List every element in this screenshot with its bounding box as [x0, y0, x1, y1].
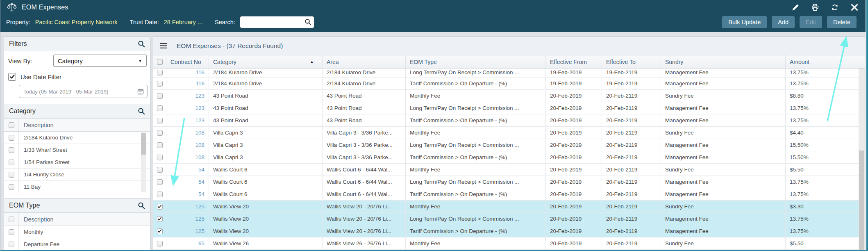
- contract-no-link[interactable]: 125: [166, 213, 209, 225]
- table-row[interactable]: 125 Wallis View 20 Wallis View 20 - 20/7…: [153, 225, 859, 237]
- row-checkbox[interactable]: [157, 130, 163, 136]
- row-checkbox[interactable]: [157, 118, 163, 123]
- table-row[interactable]: 116 2/184 Kularoo Drive 2/184 Kularoo Dr…: [153, 78, 859, 90]
- row-checkbox[interactable]: [157, 241, 163, 246]
- contract-no-link[interactable]: 54: [166, 176, 209, 188]
- contract-no-link[interactable]: 108: [166, 127, 209, 139]
- cell-effective-from: 20-Feb-2019: [546, 151, 602, 163]
- item-checkbox[interactable]: [9, 147, 14, 153]
- cell-effective-to: 20-Feb-2119: [602, 151, 661, 163]
- contract-no-link[interactable]: 116: [166, 78, 209, 89]
- table-row[interactable]: 108 Villa Capri 3 Villa Capri 3 - 3/36 P…: [153, 127, 859, 139]
- table-row[interactable]: 54 Wallis Court 6 Wallis Court 6 - 6/44 …: [153, 176, 859, 188]
- item-checkbox[interactable]: [9, 172, 14, 178]
- column-header-effective-to[interactable]: Effective To: [602, 55, 661, 68]
- contract-no-link[interactable]: 116: [166, 68, 209, 77]
- contract-no-link[interactable]: 123: [166, 90, 209, 102]
- calendar-icon[interactable]: [137, 88, 144, 95]
- list-item[interactable]: 1/54 Parkes Street: [4, 156, 150, 169]
- table-row[interactable]: 116 2/184 Kularoo Drive 2/184 Kularoo Dr…: [153, 68, 859, 78]
- column-header-sundry[interactable]: Sundry: [661, 55, 786, 68]
- row-checkbox[interactable]: [157, 179, 163, 185]
- row-checkbox[interactable]: [157, 142, 163, 148]
- row-checkbox[interactable]: [157, 155, 163, 160]
- table-scrollbar-thumb[interactable]: [859, 151, 864, 251]
- column-header-contract-no[interactable]: Contract No: [166, 55, 209, 68]
- table-scrollbar[interactable]: [859, 68, 865, 251]
- cell-category: Wallis View 20: [209, 213, 323, 225]
- add-button[interactable]: Add: [772, 16, 795, 28]
- cell-sundry: Management Fee: [661, 176, 786, 188]
- cell-area: Wallis View 20 - 20/76 Li...: [323, 213, 406, 225]
- column-header-area[interactable]: Area: [323, 55, 406, 68]
- row-checkbox[interactable]: [157, 167, 163, 173]
- item-checkbox[interactable]: [9, 160, 14, 165]
- list-item[interactable]: Departure Fee: [4, 238, 150, 251]
- column-header-eom-type[interactable]: EOM Type: [406, 55, 546, 68]
- date-filter-input[interactable]: Today (05-Mar-2019 - 05-Mar-2019): [19, 85, 148, 98]
- row-checkbox[interactable]: [157, 81, 163, 87]
- contract-no-link[interactable]: 125: [166, 225, 209, 237]
- list-item[interactable]: 2/184 Kularoo Drive: [4, 132, 150, 144]
- filters-search-icon[interactable]: [138, 40, 145, 48]
- bulk-update-button[interactable]: Bulk Update: [722, 16, 767, 28]
- table-row[interactable]: 125 Wallis View 20 Wallis View 20 - 20/7…: [153, 213, 859, 225]
- search-input[interactable]: [240, 16, 314, 28]
- view-by-select[interactable]: Category ▼: [53, 55, 147, 67]
- item-checkbox[interactable]: [9, 229, 14, 235]
- table-row[interactable]: 54 Wallis Court 6 Wallis Court 6 - 6/44 …: [153, 164, 859, 176]
- list-item[interactable]: 1/4 Huntly Close: [4, 169, 150, 181]
- row-checkbox[interactable]: [157, 70, 163, 75]
- row-checkbox[interactable]: [157, 192, 163, 197]
- table-row[interactable]: 108 Villa Capri 3 Villa Capri 3 - 3/36 P…: [153, 139, 859, 151]
- contract-no-link[interactable]: 123: [166, 102, 209, 114]
- column-header-category[interactable]: Category ▲: [209, 55, 323, 68]
- table-row[interactable]: 108 Villa Capri 3 Villa Capri 3 - 3/36 P…: [153, 151, 859, 164]
- contract-no-link[interactable]: 108: [166, 139, 209, 151]
- table-row[interactable]: 65 Wallis View 26 Wallis View 26 - 26/76…: [153, 237, 859, 250]
- select-all-checkbox[interactable]: [157, 59, 163, 65]
- column-header-effective-from[interactable]: Effective From: [546, 55, 602, 68]
- menu-icon[interactable]: [160, 43, 168, 49]
- contract-no-link[interactable]: 54: [166, 188, 209, 200]
- edit-pencil-icon[interactable]: [792, 4, 799, 11]
- category-select-all-checkbox[interactable]: [9, 122, 14, 128]
- row-checkbox[interactable]: [157, 216, 163, 222]
- column-header-amount[interactable]: Amount: [786, 55, 865, 68]
- refresh-icon[interactable]: [831, 4, 838, 11]
- list-item[interactable]: 1/33 Wharf Street: [4, 144, 150, 156]
- cell-sundry: Management Fee: [661, 78, 786, 89]
- contract-no-link[interactable]: 54: [166, 164, 209, 176]
- close-icon[interactable]: [851, 4, 858, 11]
- list-item[interactable]: 11 Bay: [4, 181, 150, 193]
- row-checkbox[interactable]: [157, 93, 163, 99]
- window-title: EOM Expenses: [22, 4, 68, 11]
- item-checkbox[interactable]: [9, 184, 14, 190]
- eom-type-search-icon[interactable]: [138, 202, 145, 209]
- contract-no-link[interactable]: 108: [166, 151, 209, 163]
- use-date-filter-checkbox[interactable]: [8, 73, 16, 81]
- item-checkbox[interactable]: [9, 135, 14, 141]
- property-value[interactable]: Pacific Coast Property Network: [35, 19, 118, 25]
- row-checkbox[interactable]: [157, 105, 163, 111]
- list-item[interactable]: Monthly: [4, 226, 150, 238]
- contract-no-link[interactable]: 125: [166, 201, 209, 212]
- item-checkbox[interactable]: [9, 242, 14, 247]
- contract-no-link[interactable]: 123: [166, 114, 209, 126]
- category-search-icon[interactable]: [138, 107, 145, 115]
- row-checkbox[interactable]: [157, 228, 163, 234]
- eom-type-column-header: Description: [19, 216, 54, 223]
- delete-button[interactable]: Delete: [827, 16, 857, 28]
- print-icon[interactable]: [811, 4, 819, 11]
- table-row[interactable]: 123 43 Point Road 43 Point Road Tariff C…: [153, 114, 859, 127]
- table-row[interactable]: 123 43 Point Road 43 Point Road Monthly …: [153, 90, 859, 102]
- table-row[interactable]: 125 Wallis View 20 Wallis View 20 - 20/7…: [153, 201, 859, 213]
- table-row[interactable]: 54 Wallis Court 6 Wallis Court 6 - 6/44 …: [153, 188, 859, 201]
- category-list-scrollbar[interactable]: [141, 132, 146, 192]
- eom-type-select-all-checkbox[interactable]: [9, 217, 14, 222]
- trust-date-value[interactable]: 28 February ...: [164, 19, 202, 25]
- row-checkbox[interactable]: [157, 204, 163, 210]
- contract-no-link[interactable]: 65: [166, 237, 209, 249]
- table-row[interactable]: 123 43 Point Road 43 Point Road Long Ter…: [153, 102, 859, 114]
- search-icon[interactable]: [304, 18, 311, 25]
